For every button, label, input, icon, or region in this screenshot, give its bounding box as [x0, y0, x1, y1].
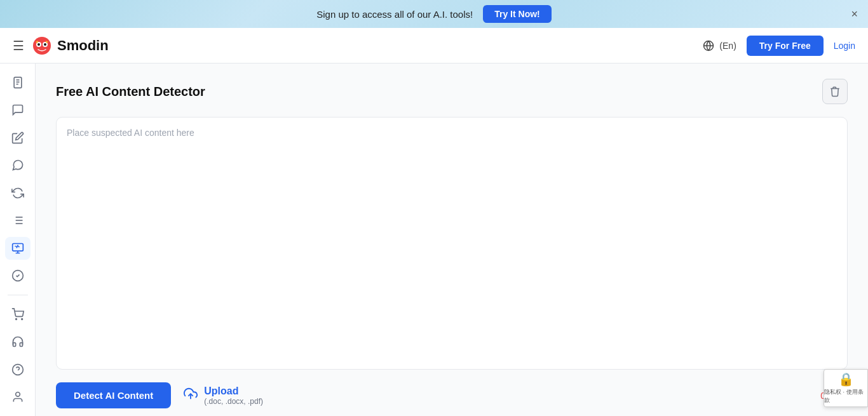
upload-formats: (.doc, .docx, .pdf) [204, 397, 263, 406]
logo-text: Smodin [57, 37, 109, 54]
svg-point-0 [33, 37, 51, 55]
banner-close-button[interactable]: × [851, 8, 858, 21]
detect-button[interactable]: Detect AI Content [56, 382, 171, 408]
svg-point-4 [44, 43, 46, 46]
sidebar-item-chat[interactable] [5, 99, 31, 122]
clear-button[interactable] [822, 79, 848, 104]
logo-area: Smodin [32, 36, 109, 56]
recaptcha-text: 隐私权 · 使用条款 [824, 388, 867, 405]
header: ☰ Smodin (En) Try For Free Login [0, 28, 868, 64]
header-left: ☰ Smodin [13, 36, 109, 56]
main-content: Free AI Content Detector Detect AI Conte… [36, 64, 868, 416]
upload-icon [184, 387, 198, 404]
sidebar-item-user[interactable] [5, 386, 31, 409]
lang-label: (En) [717, 41, 736, 51]
recaptcha-icon: 🔒 [838, 372, 854, 387]
header-right: (En) Try For Free Login [703, 36, 855, 56]
svg-point-3 [37, 43, 40, 46]
sidebar-item-grading[interactable] [5, 265, 31, 288]
top-banner: Sign up to access all of our A.I. tools!… [0, 0, 868, 28]
try-for-free-button[interactable]: Try For Free [747, 36, 824, 56]
login-button[interactable]: Login [834, 41, 855, 51]
bottom-bar: Detect AI Content Upload (.doc, .docx, .… [56, 382, 848, 408]
svg-point-19 [21, 318, 22, 319]
banner-text: Sign up to access all of our A.I. tools! [316, 9, 473, 20]
upload-info: Upload (.doc, .docx, .pdf) [204, 386, 263, 406]
upload-area[interactable]: Upload (.doc, .docx, .pdf) [184, 386, 263, 406]
sidebar [0, 64, 36, 416]
sidebar-item-ai-detector[interactable] [5, 237, 31, 260]
sidebar-item-rewrite[interactable] [5, 182, 31, 205]
svg-point-18 [15, 318, 17, 319]
layout: Free AI Content Detector Detect AI Conte… [0, 64, 868, 416]
try-it-now-button[interactable]: Try It Now! [483, 5, 552, 23]
logo-icon [32, 36, 52, 56]
upload-label: Upload [204, 386, 263, 397]
recaptcha-badge: 🔒 隐私权 · 使用条款 [824, 369, 868, 407]
text-area-container [56, 117, 848, 370]
page-title: Free AI Content Detector [56, 84, 205, 99]
sidebar-item-cart[interactable] [5, 303, 31, 326]
language-button[interactable]: (En) [703, 40, 736, 51]
sidebar-item-help[interactable] [5, 358, 31, 381]
sidebar-divider [8, 295, 28, 295]
svg-rect-16 [12, 243, 23, 251]
page-title-row: Free AI Content Detector [56, 79, 848, 104]
sidebar-item-support[interactable] [5, 331, 31, 354]
sidebar-item-documents[interactable] [5, 71, 31, 94]
hamburger-icon[interactable]: ☰ [13, 38, 24, 53]
svg-point-21 [15, 393, 20, 397]
content-textarea[interactable] [67, 128, 837, 356]
sidebar-item-message[interactable] [5, 154, 31, 177]
sidebar-item-edit[interactable] [5, 126, 31, 149]
sidebar-item-list[interactable] [5, 210, 31, 232]
